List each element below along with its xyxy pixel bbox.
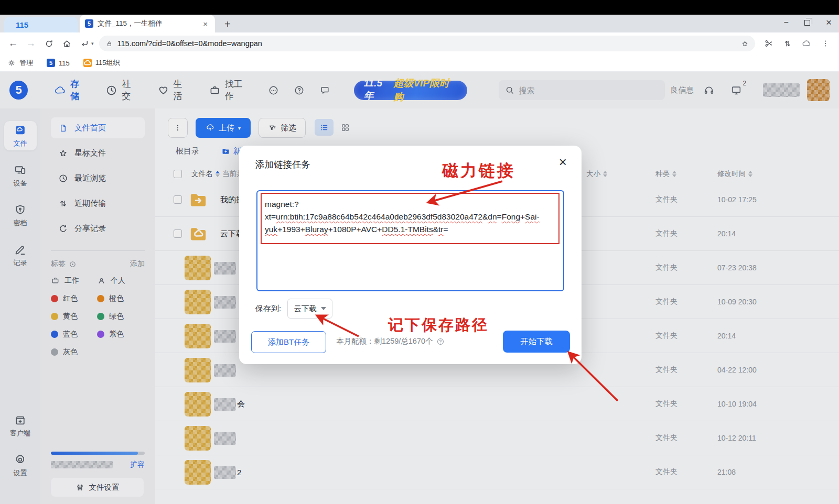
magnet-link-segment: +1080P+AVC+ (328, 225, 382, 234)
restore-button[interactable] (804, 20, 810, 26)
new-tab-button[interactable]: + (220, 18, 235, 30)
save-path-dropdown[interactable]: 云下载 (287, 299, 332, 319)
lock-icon (105, 40, 113, 48)
magnet-link-segment: dn (488, 212, 497, 221)
tab-title: 文件_115，一生相伴 (98, 19, 197, 28)
window-controls: − × (784, 17, 832, 28)
browser-window: 115 5 文件_115，一生相伴 × + − × ← → ▾ 115.com/… (0, 0, 839, 504)
bookmark-star-icon[interactable] (741, 40, 749, 48)
magnet-link-segment: tr (438, 225, 443, 234)
add-bt-task-button[interactable]: 添加BT任务 (251, 331, 326, 353)
url-text: 115.com/?cid=0&offset=0&mode=wangpan (117, 39, 737, 48)
magnet-link-segment: urn:btih:17c9a88c64b542c464a0deb2963df5d… (276, 212, 482, 221)
transfer-extension-icon[interactable] (779, 36, 796, 51)
window-close-button[interactable]: × (826, 17, 832, 28)
cloud-orange-icon (83, 59, 92, 67)
add-link-task-modal: 添加链接任务 × magnet:?xt=urn:btih:17c9a88c64b… (239, 146, 582, 364)
magnet-link-segment: & (482, 212, 488, 221)
magnet-link-segment: Sai- (525, 212, 540, 221)
magnet-link-segment: magnet:? (265, 200, 299, 209)
dropdown-caret-icon (321, 307, 326, 310)
bookmark-115-org[interactable]: 115组织 (83, 58, 120, 68)
save-to-label: 保存到: (255, 304, 281, 314)
tab-group-115[interactable]: 115 (4, 17, 78, 32)
tab-close-icon[interactable]: × (201, 19, 210, 28)
return-caret-icon[interactable]: ▾ (91, 41, 94, 46)
save-path-value: 云下载 (294, 304, 317, 314)
magnet-input[interactable]: magnet:?xt=urn:btih:17c9a88c64b542c464a0… (256, 190, 564, 291)
browser-menu-icon[interactable] (817, 36, 834, 51)
favicon-5: 5 (47, 59, 55, 67)
quota-text: 本月配额：剩1259/总1670个 (336, 336, 433, 346)
bookmark-label: 115 (59, 59, 70, 67)
magnet-link-segment: Fong (502, 212, 520, 221)
magnet-link-segment: Bluray (305, 225, 328, 234)
modal-close-icon[interactable]: × (559, 154, 567, 170)
refresh-button[interactable] (41, 36, 57, 51)
cloud-extension-icon[interactable] (798, 36, 815, 51)
magnet-link-segment: = (497, 212, 502, 221)
tab-group-label: 115 (16, 20, 28, 29)
forward-button[interactable]: → (23, 36, 39, 51)
home-button[interactable] (59, 36, 74, 51)
magnet-link-segment: = (444, 225, 448, 234)
bookmarks-bar: 管理 5 115 115组织 (0, 54, 839, 72)
magnet-link-segment: + (520, 212, 525, 221)
magnet-link-segment: yuk (265, 225, 277, 234)
magnet-link-segment: xt= (265, 212, 276, 221)
magnet-link-segment: DD5.1-TMBits (382, 225, 433, 234)
modal-title: 添加链接任务 (255, 158, 310, 171)
address-bar[interactable]: 115.com/?cid=0&offset=0&mode=wangpan (99, 36, 755, 51)
bookmark-label: 管理 (19, 58, 33, 68)
active-tab[interactable]: 5 文件_115，一生相伴 × (80, 15, 215, 32)
tab-favicon: 5 (85, 19, 93, 28)
window-titlebar (0, 0, 839, 15)
quota-help-icon[interactable] (436, 337, 445, 346)
start-download-button[interactable]: 开始下载 (503, 331, 570, 353)
tab-strip: 115 5 文件_115，一生相伴 × + − × (0, 15, 839, 32)
minimize-button[interactable]: − (784, 18, 789, 27)
magnet-link-segment: +1993+ (277, 225, 305, 234)
magnet-link-segment: & (433, 225, 438, 234)
browser-toolbar: ← → ▾ 115.com/?cid=0&offset=0&mode=wangp… (0, 32, 839, 54)
back-button[interactable]: ← (5, 36, 21, 51)
extension-return-icon[interactable] (77, 36, 92, 51)
scissors-extension-icon[interactable] (760, 36, 777, 51)
bookmark-115[interactable]: 5 115 (47, 59, 70, 67)
bookmark-label: 115组织 (95, 58, 120, 68)
quota-info: 本月配额：剩1259/总1670个 (336, 336, 445, 346)
save-to-row: 保存到: 云下载 (255, 299, 332, 319)
bookmark-manage[interactable]: 管理 (7, 58, 33, 68)
page-115: 5 存储社交生活找工作 11.5年 超级VIP限时购 良信息 2 文件设备密档记… (0, 72, 839, 504)
gear-icon (7, 59, 16, 67)
